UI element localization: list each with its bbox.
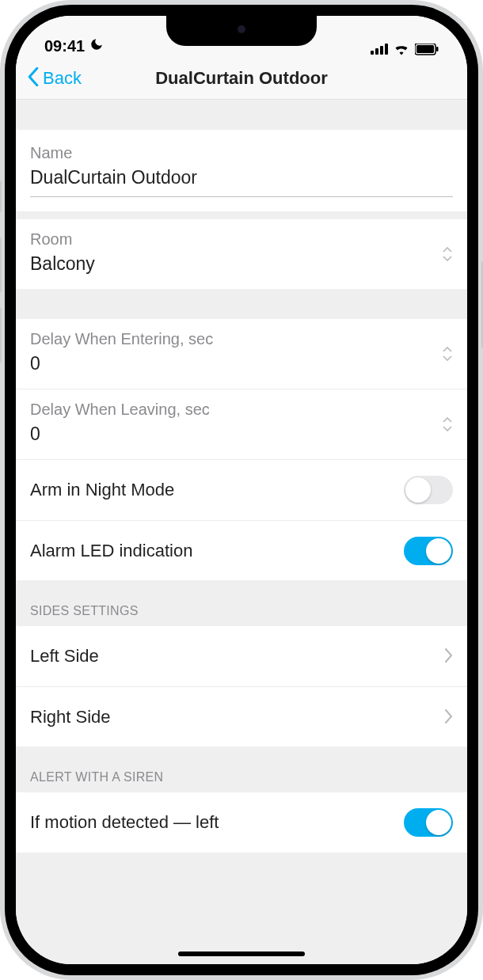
alarm-led-label: Alarm LED indication xyxy=(30,541,192,561)
do-not-disturb-icon xyxy=(89,37,104,55)
stepper-icon xyxy=(442,417,453,431)
stepper-icon xyxy=(442,347,453,361)
alarm-led-toggle[interactable] xyxy=(404,537,453,565)
alarm-led-row: Alarm LED indication xyxy=(16,520,467,580)
room-selector[interactable]: Room Balcony xyxy=(16,219,467,289)
right-side-row[interactable]: Right Side xyxy=(16,686,467,746)
sides-settings-header: SIDES SETTINGS xyxy=(16,580,467,626)
delay-leave-value: 0 xyxy=(30,424,453,445)
svg-rect-2 xyxy=(436,47,439,51)
battery-icon xyxy=(415,44,439,55)
settings-content: Name DualCurtain Outdoor Room Balcony De… xyxy=(16,100,467,964)
room-label: Room xyxy=(30,230,453,249)
back-button[interactable]: Back xyxy=(16,66,82,90)
back-label: Back xyxy=(43,68,82,89)
svg-rect-1 xyxy=(416,45,434,53)
notch xyxy=(166,16,317,46)
page-title: DualCurtain Outdoor xyxy=(16,68,467,89)
status-time: 09:41 xyxy=(44,37,85,55)
motion-left-row: If motion detected — left xyxy=(16,792,467,853)
cellular-icon xyxy=(371,44,388,55)
delay-leaving-selector[interactable]: Delay When Leaving, sec 0 xyxy=(16,389,467,459)
nav-bar: Back DualCurtain Outdoor xyxy=(16,57,467,100)
arm-night-row: Arm in Night Mode xyxy=(16,460,467,520)
delay-enter-label: Delay When Entering, sec xyxy=(30,330,453,348)
name-label: Name xyxy=(30,144,453,162)
arm-night-label: Arm in Night Mode xyxy=(30,480,174,500)
delay-leave-label: Delay When Leaving, sec xyxy=(30,401,453,419)
motion-left-toggle[interactable] xyxy=(404,808,453,837)
right-side-label: Right Side xyxy=(30,707,111,727)
chevron-right-icon xyxy=(445,645,453,667)
wifi-icon xyxy=(394,43,409,55)
left-side-row[interactable]: Left Side xyxy=(16,626,467,686)
delay-enter-value: 0 xyxy=(30,353,453,374)
stepper-icon xyxy=(442,247,453,261)
name-field[interactable]: Name DualCurtain Outdoor xyxy=(16,130,467,211)
delay-entering-selector[interactable]: Delay When Entering, sec 0 xyxy=(16,319,467,389)
chevron-left-icon xyxy=(27,66,40,90)
name-value: DualCurtain Outdoor xyxy=(30,167,453,188)
arm-night-toggle[interactable] xyxy=(404,476,453,504)
alert-siren-header: ALERT WITH A SIREN xyxy=(16,746,467,792)
home-indicator[interactable] xyxy=(178,952,305,956)
left-side-label: Left Side xyxy=(30,646,99,667)
room-value: Balcony xyxy=(30,253,453,275)
chevron-right-icon xyxy=(445,706,453,728)
motion-left-label: If motion detected — left xyxy=(30,812,219,833)
